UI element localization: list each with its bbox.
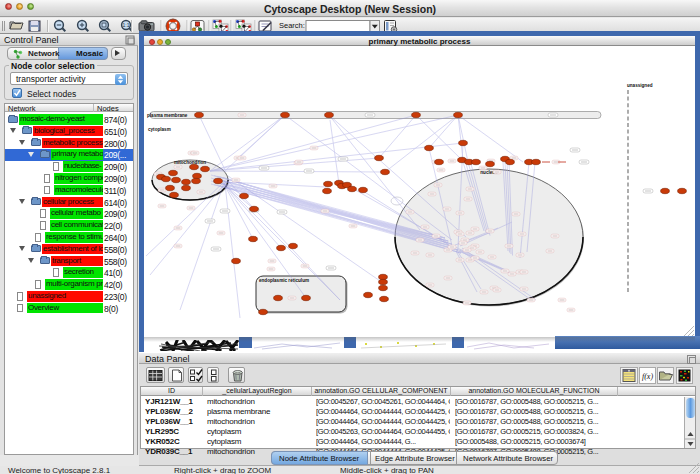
svg-text:unassigned: unassigned — [627, 83, 653, 88]
svg-text:cytoplasm: cytoplasm — [148, 127, 171, 132]
svg-text:1:1: 1:1 — [123, 22, 130, 28]
svg-text:f(x): f(x) — [642, 372, 653, 381]
svg-text:Search:: Search: — [279, 21, 305, 30]
svg-text:mitochondrion: mitochondrion — [174, 160, 206, 165]
svg-text:plasma membrane: plasma membrane — [147, 113, 188, 118]
svg-text:endoplasmic reticulum: endoplasmic reticulum — [259, 278, 309, 283]
